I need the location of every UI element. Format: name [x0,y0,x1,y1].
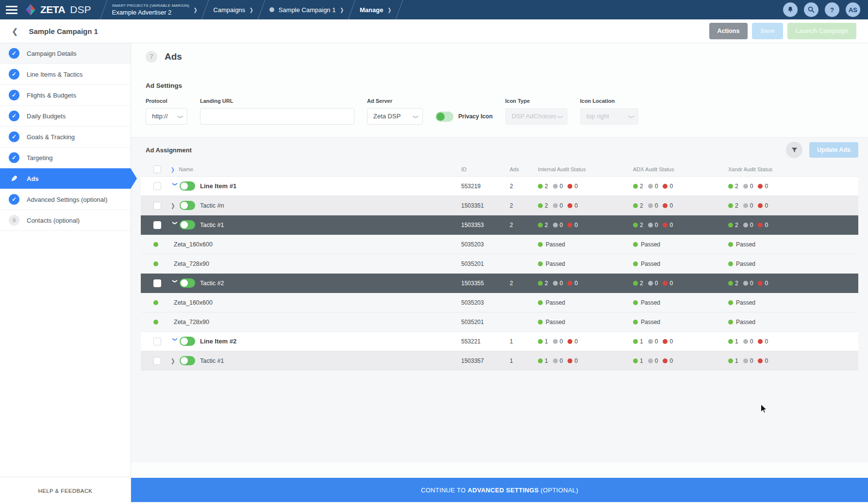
breadcrumb-item-example-advertiser-2[interactable]: SMART PROJECTS (VARIABLE MARGIN)Example … [109,3,200,16]
notifications-button[interactable] [783,2,798,17]
update-ads-button[interactable]: Update Ads [809,142,858,158]
row-checkbox[interactable] [153,279,161,287]
column-header-xandr-audit[interactable]: Xandr Audit Status [728,166,858,172]
red-status-dot-icon [663,281,668,286]
select-all-checkbox[interactable] [153,165,161,173]
breadcrumb-item-manage[interactable]: Manage❯ [357,6,394,14]
gray-status-dot-icon [648,281,653,286]
table-row-line-item-2-553221[interactable]: ❯Line Item #25532211100100100 [141,332,858,351]
gray-status-dot-icon [648,184,653,189]
audit-status-internal: 200 [538,183,633,190]
filter-button[interactable] [786,142,802,158]
check-circle-icon: ✓ [9,48,19,59]
row-checkbox[interactable] [153,338,161,345]
hamburger-menu-icon[interactable] [6,6,17,14]
breadcrumb-separator [348,0,356,19]
table-row-zeta-160x600-5035203[interactable]: Zeta_160x6005035203PassedPassedPassed [141,293,858,312]
enable-toggle[interactable] [180,337,195,346]
row-name: Tactic #1 [200,358,224,364]
audit-status-xandr: 200 [728,222,858,228]
sidebar-item-label: Ads [27,175,39,182]
enable-toggle[interactable] [180,278,195,288]
breadcrumb-item-sample-campaign-1[interactable]: Sample Campaign 1❯ [267,6,347,14]
sidebar-item-campaign-details[interactable]: ✓Campaign Details [0,43,131,64]
chevron-down-icon: ❯ [550,115,571,119]
row-checkbox[interactable] [153,221,161,229]
sidebar-item-contacts-optional[interactable]: 9Contacts (optional) [0,210,131,231]
gray-status-dot-icon [648,223,653,228]
sidebar-item-label: Targeting [27,154,52,162]
green-status-dot-icon [538,184,543,189]
creative-status-dot-icon [153,300,158,305]
help-button[interactable]: ? [825,2,839,17]
back-button[interactable]: ❮ [12,27,18,36]
row-name: Zeta_728x90 [174,260,209,267]
sidebar-item-daily-budgets[interactable]: ✓Daily Budgets [0,106,131,127]
chevron-down-icon[interactable]: ❯ [172,338,178,345]
gray-status-dot-icon [553,203,558,208]
brand-logo[interactable]: ZETA DSP [24,3,91,16]
table-row-tactic-2-1503355[interactable]: ❯Tactic #215033552200200200 [141,274,858,293]
gray-status-dot-icon [553,223,558,228]
actions-button[interactable]: Actions [709,23,748,39]
chevron-down-icon: ❯ [170,115,191,119]
table-row-tactic-1-1503353[interactable]: ❯Tactic #115033532200200200 [141,215,858,235]
save-button[interactable]: Save [752,23,783,39]
landing-url-input[interactable] [200,108,354,125]
breadcrumb-separator [201,0,209,19]
table-row-line-item-1-553219[interactable]: ❯Line Item #15532192200200200 [141,177,858,196]
enable-toggle[interactable] [180,181,195,191]
gray-status-dot-icon [553,358,558,363]
audit-status-adx: Passed [633,241,728,248]
sidebar-item-advanced-settings-optional[interactable]: ✓Advanced Settings (optional) [0,189,131,210]
column-header-adx-audit[interactable]: ADX Audit Status [633,166,728,172]
red-status-dot-icon [758,358,763,363]
sidebar-item-ads[interactable]: ✎Ads [0,168,131,189]
ad-server-select[interactable]: Zeta DSP ❯ [367,108,423,125]
breadcrumb-label: Example Advertiser 2 [112,9,189,16]
help-feedback-link[interactable]: HELP & FEEDBACK [0,477,131,504]
chevron-right-icon[interactable]: ❯ [171,202,179,209]
row-checkbox[interactable] [153,182,161,190]
zeta-diamond-icon [24,3,37,16]
column-header-name[interactable]: ❯ Name [171,166,461,172]
chevron-down-icon[interactable]: ❯ [172,182,178,190]
enable-toggle[interactable] [180,220,195,229]
gray-status-dot-icon [553,339,558,344]
audit-status-xandr: Passed [728,260,858,267]
sidebar-item-line-items-tactics[interactable]: ✓Line Items & Tactics [0,64,131,85]
search-button[interactable] [804,2,818,17]
table-row-tactic-n-1503351[interactable]: ❯Tactic #n15033512200200200 [141,196,858,215]
sidebar-item-goals-tracking[interactable]: ✓Goals & Tracking [0,127,131,147]
chevron-down-icon[interactable]: ❯ [172,221,178,229]
column-header-ads[interactable]: Ads [510,166,538,172]
table-row-zeta-160x600-5035203[interactable]: Zeta_160x6005035203PassedPassedPassed [141,235,858,254]
icon-type-select: DSP AdChoices ❯ [505,108,568,125]
sidebar-item-targeting[interactable]: ✓Targeting [0,147,131,168]
continue-button[interactable]: CONTINUE TO ADVANCED SETTINGS (OPTIONAL) [131,478,868,502]
privacy-icon-toggle[interactable] [435,112,453,122]
audit-status-adx: 100 [633,358,728,364]
enable-toggle[interactable] [180,201,195,210]
breadcrumb-item-campaigns[interactable]: Campaigns❯ [210,6,256,14]
pencil-icon: ✎ [9,173,19,184]
row-checkbox[interactable] [153,357,161,365]
protocol-select[interactable]: http:// ❯ [146,108,187,125]
passed-dot-icon [633,300,638,305]
table-row-zeta-728x90-5035201[interactable]: Zeta_728x905035201PassedPassedPassed [141,254,858,274]
passed-dot-icon [538,261,543,266]
chevron-right-icon[interactable]: ❯ [171,358,179,364]
row-checkbox[interactable] [153,202,161,210]
column-header-internal-audit[interactable]: Internal Audit Status [538,166,633,172]
sidebar-item-flights-budgets[interactable]: ✓Flights & Budgets [0,85,131,106]
audit-status-internal: 200 [538,280,633,287]
avatar[interactable]: AS [846,2,860,17]
launch-campaign-button[interactable]: Launch Campaign [787,23,856,39]
column-header-id[interactable]: ID [461,166,510,172]
green-status-dot-icon [633,184,638,189]
step-number-badge: 9 [9,215,19,226]
chevron-down-icon[interactable]: ❯ [172,279,178,287]
table-row-zeta-728x90-5035201[interactable]: Zeta_728x905035201PassedPassedPassed [141,312,858,332]
enable-toggle[interactable] [180,356,195,365]
table-row-tactic-1-1503357[interactable]: ❯Tactic #115033571100100100 [141,351,858,371]
